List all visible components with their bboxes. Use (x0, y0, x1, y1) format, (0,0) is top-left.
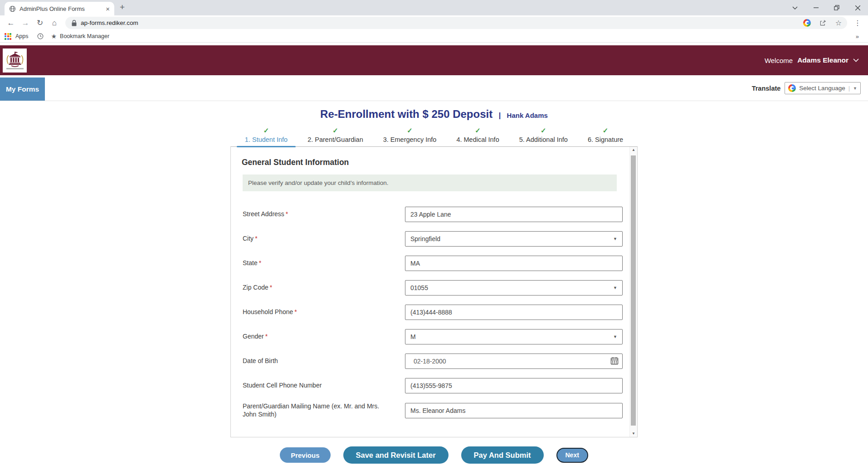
gender-select[interactable]: M▼ (405, 329, 623, 344)
field-row-state: State*MA (243, 256, 623, 271)
field-value: 01055 (410, 284, 428, 291)
dropdown-arrow-icon[interactable]: ▼ (613, 237, 617, 241)
translate-area: Translate Select Language | ▼ (752, 82, 868, 101)
school-logo (3, 48, 27, 73)
section-heading: General Student Information (242, 158, 623, 167)
url-text[interactable]: ap-forms.rediker.com (81, 19, 797, 26)
street-address-input[interactable]: 23 Apple Lane (405, 207, 623, 222)
step-check-icon: ✓ (332, 126, 338, 135)
step-3-emergency-info[interactable]: ✓3. Emergency Info (381, 126, 439, 147)
state-input[interactable]: MA (405, 256, 623, 271)
bookmark-apps[interactable]: Apps (15, 33, 29, 39)
tab-my-forms[interactable]: My Forms (0, 78, 45, 101)
step-label: 2. Parent/Guardian (307, 136, 363, 143)
new-tab-button[interactable]: + (120, 2, 125, 12)
select-language-text: Select Language (799, 85, 845, 92)
calendar-icon[interactable] (610, 357, 619, 365)
site-header: Welcome Adams Eleanor (0, 45, 868, 75)
lock-icon (72, 20, 77, 26)
google-profile-icon[interactable] (801, 17, 813, 29)
field-label: Street Address* (243, 210, 405, 218)
bookmarks-overflow-icon[interactable]: » (856, 33, 863, 40)
browser-tab-strip: AdminPlus Online Forms × + (0, 0, 868, 15)
pay-and-submit-button[interactable]: Pay And Submit (461, 446, 544, 464)
dropdown-arrow-icon[interactable]: ▼ (853, 86, 857, 91)
restore-button[interactable] (826, 0, 847, 15)
browser-menu-icon[interactable]: ⋮ (852, 19, 863, 27)
academy-crest-icon (6, 51, 24, 68)
widget-divider: | (848, 85, 850, 92)
field-label: Zip Code* (243, 284, 405, 292)
previous-button[interactable]: Previous (280, 447, 330, 463)
field-row-city: City*Springfield▼ (243, 231, 623, 247)
field-value: Springfield (410, 235, 440, 242)
next-button[interactable]: Next (556, 448, 588, 463)
history-clock-icon[interactable] (37, 33, 44, 39)
dropdown-arrow-icon[interactable]: ▼ (613, 286, 617, 290)
minimize-button[interactable] (805, 0, 826, 15)
field-label: City* (243, 235, 405, 243)
dropdown-arrow-icon[interactable]: ▼ (613, 334, 617, 339)
scroll-down-icon[interactable]: ▼ (630, 431, 637, 436)
form-title-row: Re-Enrollment with $ 250 Deposit | Hank … (0, 108, 868, 121)
required-asterisk: * (259, 259, 261, 266)
share-icon[interactable] (817, 17, 829, 29)
translate-label: Translate (752, 85, 781, 92)
user-menu-chevron-icon[interactable] (853, 58, 859, 62)
bookmark-star-icon[interactable]: ☆ (833, 17, 844, 29)
bookmark-manager[interactable]: Bookmark Manager (60, 33, 109, 39)
scrollbar-thumb[interactable] (631, 155, 636, 426)
field-label: Household Phone* (243, 308, 405, 316)
step-2-parent-guardian[interactable]: ✓2. Parent/Guardian (306, 126, 365, 147)
bookmarks-bar: Apps ★ Bookmark Manager » (0, 30, 868, 43)
tab-close-icon[interactable]: × (106, 5, 110, 13)
save-and-revisit-later-button[interactable]: Save and Revisit Later (343, 446, 449, 464)
field-label: Student Cell Phone Number (243, 382, 405, 390)
step-check-icon: ✓ (407, 126, 413, 135)
field-value: Ms. Eleanor Adams (410, 407, 465, 414)
welcome-user[interactable]: Welcome Adams Eleanor (765, 56, 859, 64)
step-check-icon: ✓ (263, 126, 269, 135)
field-value: M (410, 333, 416, 340)
field-label: Gender* (243, 333, 405, 341)
back-icon[interactable]: ← (5, 17, 17, 29)
reload-icon[interactable]: ↻ (34, 17, 46, 29)
date-of-birth-input[interactable]: 02-18-2000 (405, 354, 623, 369)
home-icon[interactable]: ⌂ (48, 17, 61, 29)
field-row-zip-code: Zip Code*01055▼ (243, 280, 623, 296)
tab-search-chevron-icon[interactable] (785, 0, 805, 15)
step-check-icon: ✓ (603, 126, 609, 135)
field-row-student-cell-phone-number: Student Cell Phone Number(413)555-9875 (243, 378, 623, 393)
step-4-medical-info[interactable]: ✓4. Medical Info (454, 126, 501, 147)
household-phone-input[interactable]: (413)444-8888 (405, 305, 623, 320)
required-asterisk: * (270, 284, 272, 291)
step-label: 1. Student Info (245, 136, 288, 143)
apps-grid-icon (5, 33, 11, 40)
step-5-additional-info[interactable]: ✓5. Additional Info (517, 126, 570, 147)
step-1-student-info[interactable]: ✓1. Student Info (243, 126, 289, 147)
student-name: Hank Adams (507, 111, 548, 119)
scroll-up-icon[interactable]: ▲ (630, 148, 637, 152)
verify-notice: Please verify and/or update your child's… (243, 174, 617, 191)
student-cell-phone-number-input[interactable]: (413)555-9875 (405, 378, 623, 393)
step-6-signature[interactable]: ✓6. Signature (586, 126, 625, 147)
select-language-dropdown[interactable]: Select Language | ▼ (785, 82, 861, 94)
user-name: Adams Eleanor (797, 56, 848, 64)
steps-tabs: ✓1. Student Info✓2. Parent/Guardian✓3. E… (0, 126, 868, 147)
forward-icon[interactable]: → (19, 17, 32, 29)
address-bar[interactable]: ap-forms.rediker.com ☆ (65, 17, 847, 29)
parent-guardian-mailing-name-ex-mr-and-mrs-john-smith-input[interactable]: Ms. Eleanor Adams (405, 403, 623, 418)
field-label: Parent/Guardian Mailing Name (ex. Mr. an… (243, 402, 405, 418)
browser-tab[interactable]: AdminPlus Online Forms × (5, 2, 114, 15)
field-row-household-phone: Household Phone*(413)444-8888 (243, 305, 623, 320)
zip-code-select[interactable]: 01055▼ (405, 280, 623, 296)
close-window-button[interactable] (847, 0, 868, 15)
browser-toolbar: ← → ↻ ⌂ ap-forms.rediker.com ☆ ⋮ (0, 15, 868, 30)
panel-scrollbar[interactable]: ▲ ▼ (629, 147, 637, 437)
required-asterisk: * (255, 235, 257, 242)
field-row-parent-guardian-mailing-name-ex-mr-and-mrs-john-smith: Parent/Guardian Mailing Name (ex. Mr. an… (243, 402, 623, 418)
logo-caption-text (6, 68, 24, 69)
city-select[interactable]: Springfield▼ (405, 231, 623, 247)
field-label: State* (243, 259, 405, 267)
required-asterisk: * (286, 210, 288, 218)
